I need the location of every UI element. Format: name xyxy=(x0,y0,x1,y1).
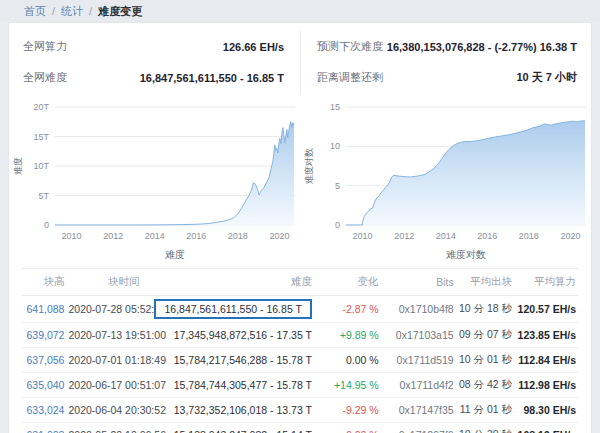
charts-section: 05T10T15T20T201020122014201620182020难度难度… xyxy=(9,95,591,264)
block-height-cell: 639,072 xyxy=(22,323,66,348)
avg-hashrate-cell: 123.85 EH/s xyxy=(514,323,578,348)
bits-cell: 0x1711d4f2 xyxy=(381,373,456,398)
block-height-cell: 633,024 xyxy=(22,398,66,423)
chart-text: 2010 xyxy=(62,231,82,241)
change-cell: 0.00 % xyxy=(314,348,381,373)
block-height-cell: 631,008 xyxy=(22,423,66,433)
avg-hashrate-cell: 108.19 EH/s xyxy=(514,423,578,433)
column-header: 块时间 xyxy=(66,269,141,296)
block-height-link[interactable]: 641,088 xyxy=(27,303,65,315)
breadcrumb-separator: / xyxy=(89,5,92,17)
chart-canvas: 051015201020122014201620182020难度对数难度对数 xyxy=(300,97,592,264)
block-height-link[interactable]: 635,040 xyxy=(27,379,65,391)
block-height-cell: 637,056 xyxy=(22,348,66,373)
chart-text: 10 xyxy=(330,141,340,151)
chart-text: 2018 xyxy=(519,231,539,241)
chart-text: 2010 xyxy=(353,231,373,241)
chart-text: 2016 xyxy=(477,231,497,241)
chart-text: 2016 xyxy=(186,231,206,241)
time-cell: 2020-06-17 00:51:07 xyxy=(66,373,141,398)
stat-next-difficulty: 预测下次难度 16,380,153,076,828 - (-2.77%) 16.… xyxy=(317,31,577,62)
stats-column-right: 预测下次难度 16,380,153,076,828 - (-2.77%) 16.… xyxy=(300,31,577,93)
area-series xyxy=(55,122,294,225)
column-header: 块高 xyxy=(22,269,66,296)
table-row[interactable]: 637,0562020-07-01 01:18:4915,784,217,546… xyxy=(22,348,578,373)
table-row[interactable]: 633,0242020-06-04 20:30:5213,732,352,106… xyxy=(22,398,578,423)
block-height-cell: 635,040 xyxy=(22,373,66,398)
block-height-link[interactable]: 633,024 xyxy=(27,404,65,416)
bits-cell: 0x17103a15 xyxy=(381,323,456,348)
chart-text: 2020 xyxy=(269,231,289,241)
stats-column-left: 全网算力 126.66 EH/s 全网难度 16,847,561,611,550… xyxy=(23,31,300,93)
chart-text: 2020 xyxy=(560,231,580,241)
avg-hashrate-cell: 112.98 EH/s xyxy=(514,373,578,398)
column-header: Bits xyxy=(381,269,456,296)
block-height-cell: 641,088 xyxy=(22,296,66,323)
breadcrumb-link-home[interactable]: 首页 xyxy=(24,4,46,19)
column-header: 变化 xyxy=(314,269,381,296)
chart-text: 2012 xyxy=(394,231,414,241)
difficulty-cell: 13,732,352,106,018 - 13.73 T xyxy=(142,398,314,423)
column-header: 平均出块 xyxy=(456,269,514,296)
chart-text: 难度 xyxy=(13,157,23,176)
chart-text: 2014 xyxy=(436,231,456,241)
stat-label: 全网算力 xyxy=(23,39,67,54)
time-cell: 2020-07-13 19:51:00 xyxy=(66,323,141,348)
stat-label: 预测下次难度 xyxy=(317,39,383,54)
highlight-box: 16,847,561,611,550 - 16.85 T xyxy=(154,299,311,319)
table-header: 块高块时间难度变化Bits平均出块平均算力 xyxy=(22,269,578,296)
time-cell: 2020-06-04 20:30:52 xyxy=(66,398,141,423)
bits-cell: 0x1711d519 xyxy=(381,348,456,373)
block-height-link[interactable]: 639,072 xyxy=(27,329,65,341)
stat-time-to-adjustment: 距离调整还剩 10 天 7 小时 xyxy=(317,62,577,93)
chart-text: 5 xyxy=(335,181,340,191)
chart-text: 2018 xyxy=(228,231,248,241)
difficulty-cell: 17,345,948,872,516 - 17.35 T xyxy=(142,323,314,348)
avg-hashrate-cell: 98.30 EH/s xyxy=(514,398,578,423)
stat-value: 16,380,153,076,828 - (-2.77%) 16.38 T xyxy=(387,41,577,53)
avg-block-cell: 08 分 42 秒 xyxy=(456,373,514,398)
block-height-link[interactable]: 631,008 xyxy=(27,429,65,433)
chart-text: 0 xyxy=(44,220,49,230)
change-cell: +14.95 % xyxy=(314,373,381,398)
difficulty-cell: 15,138,043,247,082 - 15.14 T xyxy=(142,423,314,433)
table-row[interactable]: 641,0882020-07-28 05:52:3616,847,561,611… xyxy=(22,296,578,323)
bits-cell: 0x1710b4f8 xyxy=(381,296,456,323)
change-cell: +9.89 % xyxy=(314,323,381,348)
chart-text: 5T xyxy=(38,191,49,201)
table-row[interactable]: 635,0402020-06-17 00:51:0715,784,744,305… xyxy=(22,373,578,398)
time-cell: 2020-07-01 01:18:49 xyxy=(66,348,141,373)
chart-canvas: 05T10T15T20T201020122014201620182020难度难度 xyxy=(9,97,301,264)
difficulty-cell: 15,784,744,305,477 - 15.78 T xyxy=(142,373,314,398)
avg-block-cell: 09 分 07 秒 xyxy=(456,323,514,348)
stat-value: 16,847,561,611,550 - 16.85 T xyxy=(140,72,284,84)
avg-block-cell: 10 分 39 秒 xyxy=(456,423,514,433)
avg-block-cell: 10 分 18 秒 xyxy=(456,296,514,323)
breadcrumb-current: 难度变更 xyxy=(98,4,142,19)
bits-cell: 0x171297f6 xyxy=(381,423,456,433)
chart-text: 15 xyxy=(330,102,340,112)
stat-value: 126.66 EH/s xyxy=(223,41,284,53)
chart-text: 15T xyxy=(33,132,49,142)
content-panel: 全网算力 126.66 EH/s 全网难度 16,847,561,611,550… xyxy=(8,22,592,433)
avg-hashrate-cell: 120.57 EH/s xyxy=(514,296,578,323)
stat-network-hashrate: 全网算力 126.66 EH/s xyxy=(23,31,284,62)
column-header: 难度 xyxy=(142,269,314,296)
breadcrumb-separator: / xyxy=(52,5,55,17)
change-cell: -2.87 % xyxy=(314,296,381,323)
block-height-link[interactable]: 637,056 xyxy=(27,354,65,366)
time-cell: 2020-05-20 10:06:56 xyxy=(66,423,141,433)
breadcrumb-link-stats[interactable]: 统计 xyxy=(61,4,83,19)
chart-text: 难度对数 xyxy=(446,249,486,260)
chart-text: 20T xyxy=(33,102,49,112)
difficulty-area-chart: 05T10T15T20T201020122014201620182020难度难度 xyxy=(9,97,300,264)
difficulty-cell: 15,784,217,546,288 - 15.78 T xyxy=(142,348,314,373)
table-row[interactable]: 631,0082020-05-20 10:06:5615,138,043,247… xyxy=(22,423,578,433)
stats-section: 全网算力 126.66 EH/s 全网难度 16,847,561,611,550… xyxy=(9,23,591,95)
difficulty-log-area-chart: 051015201020122014201620182020难度对数难度对数 xyxy=(300,97,591,264)
chart-text: 10T xyxy=(33,161,49,171)
chart-text: 2014 xyxy=(145,231,165,241)
table-row[interactable]: 639,0722020-07-13 19:51:0017,345,948,872… xyxy=(22,323,578,348)
avg-block-cell: 10 分 01 秒 xyxy=(456,348,514,373)
chart-text: 难度对数 xyxy=(304,148,314,185)
